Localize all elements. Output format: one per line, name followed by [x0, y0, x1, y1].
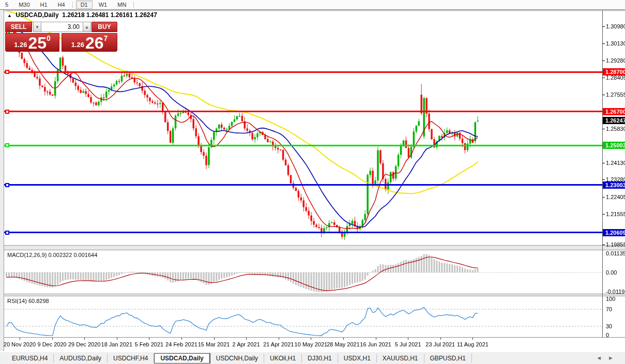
price-axis-label: 1.30130	[606, 40, 625, 47]
chart-tab-usdcad[interactable]: USDCAD,Daily	[154, 353, 210, 363]
price-axis-label: 1.21555	[606, 211, 625, 217]
price-axis-border	[602, 10, 603, 338]
price-level-chip: 1.26700	[603, 108, 625, 115]
price-axis-tick	[602, 43, 605, 44]
date-axis-tick	[408, 338, 408, 340]
buy-price-prefix: 1.26	[71, 41, 84, 49]
horizontal-level-line[interactable]	[4, 145, 602, 146]
chart-tab-gbpusd[interactable]: GBPUSD,H1	[424, 354, 472, 363]
buy-price-quote[interactable]: 1.26 26 7	[62, 33, 117, 52]
date-axis-tick	[343, 338, 344, 340]
line-drag-handle[interactable]	[5, 110, 9, 114]
chart-tab-dj30[interactable]: DJ30,H1	[302, 354, 338, 363]
line-drag-handle[interactable]	[5, 70, 9, 74]
date-axis-tick	[149, 338, 149, 340]
date-label: 18 Jan 2021	[101, 341, 133, 347]
date-axis-tick	[214, 338, 215, 340]
date-label: 5 Jul 2021	[395, 341, 421, 347]
tab-scroll-arrows[interactable]: ◄►	[596, 355, 620, 361]
chart-top-border	[4, 10, 625, 11]
volume-input[interactable]	[41, 22, 83, 32]
date-label: 20 Nov 2020	[4, 341, 36, 347]
ohlc-open: 1.26218	[62, 11, 84, 19]
date-label: 11 Aug 2021	[457, 341, 489, 347]
price-level-chip: 1.26247	[603, 117, 625, 124]
volume-stepper: ▼ ▲	[33, 22, 91, 32]
chart-tab-ukoil[interactable]: UKOil,H1	[264, 354, 302, 363]
price-axis-label: 1.27555	[606, 92, 625, 98]
rsi-axis-label: 0	[606, 332, 609, 338]
ohlc-low: 1.26161	[111, 11, 133, 19]
price-axis-label: 1.24130	[606, 160, 625, 166]
price-axis-label: 1.28405	[606, 74, 625, 81]
price-level-chip: 1.23003	[603, 181, 625, 189]
sell-price-quote[interactable]: 1.26 25 0	[5, 33, 59, 52]
chart-tab-usdchf[interactable]: USDCHF,H4	[108, 354, 154, 363]
price-chart-canvas[interactable]	[0, 0, 625, 364]
chart-title: ▲ USDCAD,Daily 1.26218 1.26481 1.26161 1…	[7, 11, 157, 19]
sell-price-prefix: 1.26	[14, 41, 27, 49]
price-axis-tick	[602, 179, 605, 180]
price-axis-tick	[602, 163, 605, 163]
date-axis-tick	[181, 338, 182, 340]
date-axis-tick	[472, 338, 473, 340]
price-axis-tick	[602, 26, 605, 27]
price-axis-tick	[602, 78, 605, 78]
macd-label: MACD(12,26,9) 0.002322 0.001644	[7, 252, 97, 258]
price-axis-label: 1.30980	[606, 23, 625, 29]
date-axis-tick	[311, 338, 311, 340]
date-axis-tick	[440, 338, 441, 340]
date-label: 29 Dec 2020	[68, 341, 100, 347]
date-label: 23 Jul 2021	[425, 341, 455, 347]
date-axis-tick	[246, 338, 247, 340]
price-axis-label: 1.25830	[606, 126, 625, 132]
price-axis-tick	[602, 197, 605, 198]
rsi-axis-label: 30	[606, 323, 612, 329]
price-axis-label: 1.22405	[606, 194, 625, 200]
volume-decrease-button[interactable]: ▼	[33, 22, 41, 32]
macd-axis-label: -0.01190	[606, 289, 625, 295]
main-macd-splitter[interactable]	[4, 245, 625, 250]
chart-tab-audusd[interactable]: AUDUSD,Daily	[54, 354, 108, 363]
price-level-chip: 1.28700	[603, 68, 625, 75]
horizontal-level-line[interactable]	[4, 184, 602, 186]
mt4-window: 5M30H1H4D1W1MN ▲ USDCAD,Daily 1.26218 1.…	[0, 0, 625, 364]
ohlc-high: 1.26481	[86, 11, 109, 19]
line-drag-handle[interactable]	[5, 183, 9, 187]
buy-price-big: 26	[85, 35, 104, 51]
chart-tab-usdcnh[interactable]: USDCNH,Daily	[210, 354, 264, 363]
chart-tab-usdx[interactable]: USDX,H1	[338, 354, 377, 363]
date-axis[interactable]: 20 Nov 20209 Dec 202029 Dec 202018 Jan 2…	[4, 338, 625, 351]
price-axis-tick	[602, 60, 605, 61]
volume-increase-button[interactable]: ▲	[83, 22, 91, 32]
chart-tab-eurusd[interactable]: EURUSD,H4	[6, 354, 54, 363]
symbol-name: USDCAD,Daily	[16, 11, 58, 19]
date-label: 9 Dec 2020	[37, 341, 66, 347]
buy-button[interactable]: BUY	[92, 22, 117, 32]
date-label: 10 May 2021	[295, 341, 328, 347]
chart-tab-xauusd[interactable]: XAUUSD,H1	[377, 354, 424, 363]
price-axis-label: 1.19855	[606, 241, 625, 248]
one-click-trade-panel: SELL ▼ ▲ BUY 1.26 25 0 1.26 26 7	[5, 22, 117, 52]
date-label: 2 Apr 2021	[233, 341, 260, 347]
date-axis-tick	[84, 338, 85, 340]
line-drag-handle[interactable]	[5, 143, 9, 147]
macd-rsi-splitter[interactable]	[4, 294, 625, 296]
collapse-triangle-icon[interactable]: ▲	[7, 13, 12, 18]
rsi-label: RSI(14) 60.8298	[7, 298, 49, 304]
horizontal-level-line[interactable]	[4, 111, 602, 112]
date-axis-tick	[376, 338, 376, 340]
line-drag-handle[interactable]	[5, 231, 9, 235]
price-level-chip: 1.20609	[603, 229, 625, 236]
date-label: 16 Jun 2021	[360, 341, 391, 347]
date-axis-tick	[20, 338, 20, 340]
horizontal-level-line[interactable]	[4, 232, 602, 233]
date-axis-tick	[52, 338, 53, 340]
macd-axis-label: 0.01135	[606, 250, 625, 256]
price-level-chip: 1.25003	[603, 142, 625, 149]
date-label: 21 Apr 2021	[263, 341, 294, 347]
date-axis-tick	[117, 338, 117, 340]
sell-button[interactable]: SELL	[5, 22, 32, 32]
horizontal-level-line[interactable]	[4, 71, 602, 73]
macd-axis-label: 0.00	[606, 269, 617, 276]
